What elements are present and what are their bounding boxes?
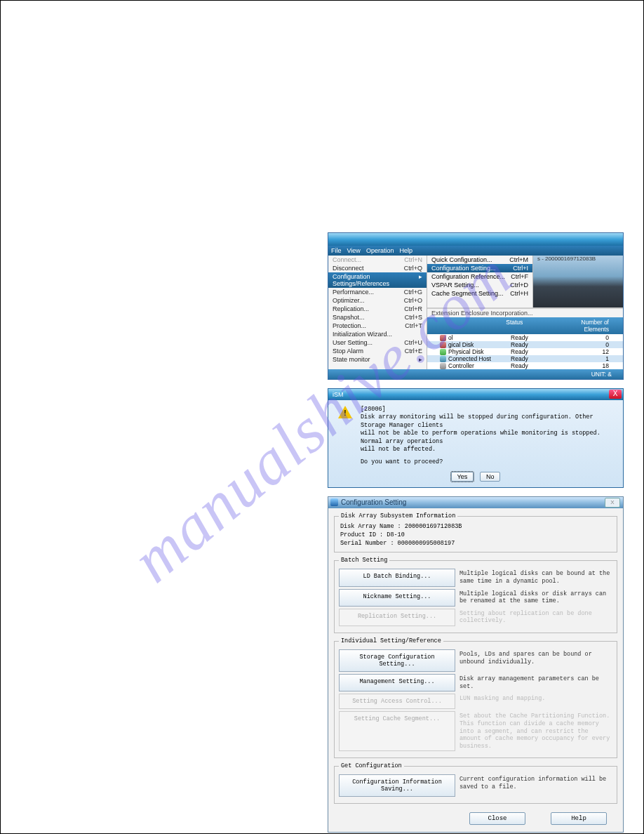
close-icon[interactable]: X (609, 390, 622, 399)
dialog-titlebar: iSM X (328, 389, 623, 400)
menu-item[interactable]: Replication...Ctrl+R (328, 305, 427, 313)
warning-icon (338, 406, 352, 420)
row-icon (440, 342, 446, 348)
row-icon (440, 349, 446, 355)
help-button[interactable]: Help (551, 812, 607, 825)
row-icon (440, 335, 446, 341)
option-row: Setting Access Control...LUN masking and… (339, 694, 612, 709)
row-icon (440, 356, 446, 362)
legend-individual: Individual Setting/Reference (339, 637, 443, 644)
yes-button[interactable]: Yes (451, 472, 474, 482)
option-row: Configuration Information Saving...Curre… (339, 774, 612, 797)
group-get-configuration: Get Configuration Configuration Informat… (334, 762, 617, 804)
device-id-text: s - 200000169712083B (537, 256, 596, 262)
menu-item[interactable]: Initialization Wizard... (328, 330, 427, 338)
menu-view[interactable]: View (347, 247, 361, 254)
option-description: Current configuration information will b… (459, 774, 612, 797)
option-row: Setting Cache Segment...Set about the Ca… (339, 711, 612, 751)
table-row[interactable]: olReady0 (427, 334, 623, 341)
device-preview-pane: s - 200000169712083B (533, 256, 623, 307)
menu-item[interactable]: Configuration Settings/References▸ (328, 272, 427, 288)
menubar: File View Operation Help (328, 246, 623, 256)
option-description: Multiple logical disks can be bound at t… (459, 569, 612, 586)
table-row[interactable]: ControllerReady18 (427, 362, 623, 369)
window-titlebar (328, 233, 623, 246)
menu-item[interactable]: DisconnectCtrl+Q (328, 264, 427, 272)
status-bar: UNIT: & (328, 369, 623, 379)
option-button: Setting Cache Segment... (339, 711, 455, 751)
table-header: Status Number of Elements (427, 317, 623, 334)
menu-item[interactable]: State monitor▸ (328, 355, 427, 364)
ism-main-window: File View Operation Help Connect...Ctrl+… (328, 232, 624, 380)
option-description: Disk array management parameters can be … (459, 674, 612, 691)
menu-item-extension-enclosure[interactable]: Extension Enclosure Incorporation... (427, 308, 623, 317)
close-button[interactable]: Close (469, 812, 525, 825)
menu-item[interactable]: Stop AlarmCtrl+E (328, 347, 427, 355)
submenu-item[interactable]: Configuration Setting...Ctrl+I (427, 264, 532, 272)
dialog-title: Configuration Setting (341, 498, 406, 506)
option-button[interactable]: Management Setting... (339, 674, 455, 691)
submenu-item[interactable]: VSPAR Setting...Ctrl+D (427, 281, 532, 289)
info-serial-number: Serial Number : 0000000995008197 (339, 539, 612, 548)
option-row: Replication Setting...Setting about repl… (339, 609, 612, 626)
legend-info: Disk Array Subsystem Information (339, 512, 457, 519)
submenu-item[interactable]: Configuration Reference...Ctrl+F (427, 272, 532, 281)
no-button[interactable]: No (480, 472, 501, 482)
option-button[interactable]: LD Batch Binding... (339, 569, 455, 586)
menu-item[interactable]: Snapshot...Ctrl+S (328, 313, 427, 322)
info-disk-array-name: Disk Array Name : 200000169712083B (339, 522, 612, 531)
option-description: Set about the Cache Partitioning Functio… (459, 711, 612, 751)
option-button: Setting Access Control... (339, 694, 455, 709)
dialog-message: [28006] Disk array monitoring will be st… (361, 406, 613, 466)
menu-file[interactable]: File (331, 247, 342, 254)
dialog-title: iSM (333, 391, 344, 398)
app-icon (330, 498, 338, 506)
menu-item[interactable]: User Setting...Ctrl+U (328, 338, 427, 347)
submenu-item[interactable]: Cache Segment Setting...Ctrl+H (427, 289, 532, 298)
option-button[interactable]: Storage Configuration Setting... (339, 649, 455, 672)
option-row: Management Setting...Disk array manageme… (339, 674, 612, 691)
configuration-setting-dialog: Configuration Setting X Disk Array Subsy… (328, 496, 624, 833)
group-disk-array-info: Disk Array Subsystem Information Disk Ar… (334, 512, 617, 552)
option-row: Nickname Setting...Multiple logical disk… (339, 589, 612, 607)
option-description: Setting about replication can be done co… (459, 609, 612, 626)
submenu-item[interactable]: Quick Configuration...Ctrl+M (427, 256, 532, 264)
config-submenu: Quick Configuration...Ctrl+MConfiguratio… (427, 256, 533, 307)
group-batch-setting: Batch Setting LD Batch Binding...Multipl… (334, 557, 617, 633)
menu-operation[interactable]: Operation (366, 247, 394, 254)
table-row[interactable]: Physical DiskReady12 (427, 348, 623, 355)
info-product-id: Product ID : D8-10 (339, 531, 612, 539)
table-row[interactable]: Connected HostReady1 (427, 355, 623, 362)
option-description: Pools, LDs and spares can be bound or un… (459, 649, 612, 672)
menu-item[interactable]: Optimizer...Ctrl+O (328, 296, 427, 305)
option-description: Multiple logical disks or disk arrays ca… (459, 589, 612, 607)
file-menu-dropdown: Connect...Ctrl+NDisconnectCtrl+QConfigur… (328, 256, 427, 369)
menu-item[interactable]: Connect...Ctrl+N (328, 256, 427, 264)
close-icon[interactable]: X (605, 498, 620, 508)
option-description: LUN masking and mapping. (459, 694, 612, 709)
menu-help[interactable]: Help (399, 247, 412, 254)
option-row: LD Batch Binding...Multiple logical disk… (339, 569, 612, 586)
legend-batch: Batch Setting (339, 557, 389, 564)
option-button[interactable]: Nickname Setting... (339, 589, 455, 607)
confirm-dialog: iSM X [28006] Disk array monitoring will… (328, 388, 624, 488)
legend-get: Get Configuration (339, 762, 404, 769)
option-button[interactable]: Configuration Information Saving... (339, 774, 455, 797)
option-button: Replication Setting... (339, 609, 455, 626)
menu-item[interactable]: Performance...Ctrl+G (328, 288, 427, 296)
menu-item[interactable]: Protection...Ctrl+T (328, 322, 427, 330)
dialog-titlebar: Configuration Setting X (328, 497, 623, 508)
row-icon (440, 363, 446, 369)
option-row: Storage Configuration Setting...Pools, L… (339, 649, 612, 672)
group-individual-setting: Individual Setting/Reference Storage Con… (334, 637, 617, 758)
table-row[interactable]: gical DiskReady0 (427, 341, 623, 348)
